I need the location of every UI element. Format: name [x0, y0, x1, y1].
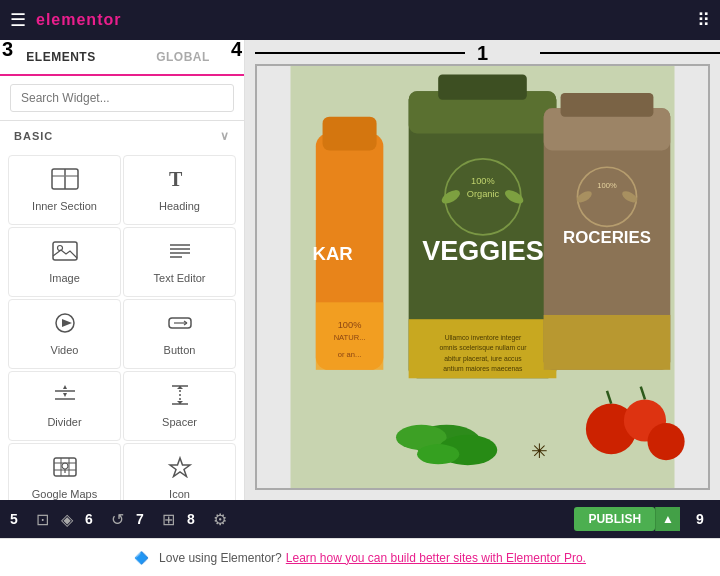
canvas-illustration: KAR 100% NATUR... or an... 100% Organic — [257, 66, 708, 488]
widget-label-image: Image — [49, 272, 80, 284]
svg-marker-12 — [62, 319, 72, 327]
svg-point-6 — [57, 246, 62, 251]
widget-label-inner-section: Inner Section — [32, 200, 97, 212]
video-icon — [52, 312, 78, 338]
widget-label-text-editor: Text Editor — [154, 272, 206, 284]
svg-point-27 — [62, 463, 68, 469]
svg-text:100%: 100% — [597, 181, 617, 190]
bottom-toolbar: 5 ⊡ ◈ 6 ↺ 7 ⊞ 8 ⚙ PUBLISH ▲ 9 — [0, 500, 720, 538]
layers-icon[interactable]: ◈ — [61, 510, 73, 529]
widget-label-google-maps: Google Maps — [32, 488, 97, 500]
search-box — [0, 76, 244, 121]
svg-text:✳: ✳ — [531, 440, 548, 462]
svg-text:KAR: KAR — [313, 243, 354, 264]
widget-video[interactable]: Video — [8, 299, 121, 369]
heading-icon: T — [167, 168, 193, 194]
widget-button[interactable]: Button — [123, 299, 236, 369]
widget-icon-widget[interactable]: Icon — [123, 443, 236, 500]
svg-point-67 — [648, 423, 685, 460]
annotation-8: 8 — [187, 511, 201, 527]
widget-label-divider: Divider — [47, 416, 81, 428]
inner-section-icon — [51, 168, 79, 194]
widget-label-video: Video — [51, 344, 79, 356]
responsive-icon[interactable]: ⊡ — [36, 510, 49, 529]
svg-text:VEGGIES: VEGGIES — [422, 236, 544, 266]
navigator-icon[interactable]: ⊞ — [162, 510, 175, 529]
svg-rect-36 — [323, 117, 377, 151]
svg-marker-18 — [63, 393, 67, 397]
panel-tabs: ELEMENTS GLOBAL — [0, 40, 244, 76]
annotation-9: 9 — [696, 511, 710, 527]
google-maps-icon — [52, 456, 78, 482]
tab-elements[interactable]: ELEMENTS — [0, 40, 122, 76]
top-arrow-left — [255, 52, 465, 54]
history-icon[interactable]: ↺ — [111, 510, 124, 529]
category-label: BASIC — [14, 130, 53, 142]
category-chevron[interactable]: ∨ — [220, 129, 230, 143]
widget-label-icon: Icon — [169, 488, 190, 500]
left-panel: 3 4 2 ELEMENTS GLOBAL BASIC ∨ — [0, 40, 245, 500]
image-icon — [52, 240, 78, 266]
promo-bar: 🔷 Love using Elementor? Learn how you ca… — [0, 538, 720, 576]
widget-divider[interactable]: Divider — [8, 371, 121, 441]
svg-text:100%: 100% — [471, 176, 495, 186]
svg-text:100%: 100% — [338, 320, 362, 330]
icon-widget-icon — [167, 456, 193, 482]
annotation-3: 3 — [2, 40, 13, 61]
svg-marker-19 — [63, 385, 67, 389]
widget-inner-section[interactable]: Inner Section — [8, 155, 121, 225]
svg-text:antium maiores maecenas: antium maiores maecenas — [443, 365, 523, 372]
svg-rect-44 — [438, 74, 527, 99]
settings-icon[interactable]: ⚙ — [213, 510, 227, 529]
app-container: ☰ elementor ⠿ 3 4 2 ELEMENTS GLOBAL — [0, 0, 720, 576]
svg-text:ROCERIES: ROCERIES — [563, 228, 651, 247]
annotation-6: 6 — [85, 511, 99, 527]
tab-global[interactable]: GLOBAL — [122, 40, 244, 74]
elementor-logo: elementor — [36, 11, 121, 29]
top-bar: ☰ elementor ⠿ — [0, 0, 720, 40]
annotation-4: 4 — [231, 40, 242, 61]
svg-text:abitur placerat, iure accus: abitur placerat, iure accus — [444, 355, 522, 363]
annotation-1: 1 — [477, 42, 488, 65]
svg-rect-26 — [54, 458, 76, 476]
publish-button[interactable]: PUBLISH — [574, 507, 655, 531]
widget-text-editor[interactable]: Text Editor — [123, 227, 236, 297]
widget-spacer[interactable]: Spacer — [123, 371, 236, 441]
svg-rect-64 — [544, 315, 671, 370]
svg-text:Organic: Organic — [467, 189, 500, 199]
promo-icon: 🔷 — [134, 551, 149, 565]
divider-icon — [52, 384, 78, 410]
svg-text:NATUR...: NATUR... — [334, 333, 366, 342]
svg-text:Ullamco inventore integer: Ullamco inventore integer — [445, 334, 522, 342]
text-editor-icon — [167, 240, 193, 266]
promo-text: Love using Elementor? — [159, 551, 282, 565]
svg-text:or an...: or an... — [338, 350, 362, 359]
widget-grid: Inner Section T Heading Image — [0, 151, 244, 500]
canvas-area: 1 KAR 100% NATUR... or an... — [245, 40, 720, 500]
svg-point-73 — [417, 444, 459, 464]
category-header: BASIC ∨ — [0, 121, 244, 151]
svg-text:omnis scelerisque nullam cur: omnis scelerisque nullam cur — [439, 344, 527, 352]
search-input[interactable] — [10, 84, 234, 112]
widget-image[interactable]: Image — [8, 227, 121, 297]
svg-marker-33 — [170, 458, 190, 477]
spacer-icon — [167, 384, 193, 410]
widget-heading[interactable]: T Heading — [123, 155, 236, 225]
svg-rect-5 — [53, 242, 77, 260]
hamburger-icon[interactable]: ☰ — [10, 9, 26, 31]
widget-label-button: Button — [164, 344, 196, 356]
publish-dropdown-arrow[interactable]: ▲ — [655, 507, 680, 531]
button-icon — [167, 312, 193, 338]
widget-label-heading: Heading — [159, 200, 200, 212]
canvas-content[interactable]: KAR 100% NATUR... or an... 100% Organic — [255, 64, 710, 490]
svg-rect-58 — [561, 93, 654, 117]
main-layout: 3 4 2 ELEMENTS GLOBAL BASIC ∨ — [0, 40, 720, 500]
publish-group: PUBLISH ▲ — [574, 507, 680, 531]
widget-google-maps[interactable]: Google Maps — [8, 443, 121, 500]
svg-text:T: T — [169, 168, 183, 190]
widget-label-spacer: Spacer — [162, 416, 197, 428]
annotation-5: 5 — [10, 511, 24, 527]
grid-icon[interactable]: ⠿ — [697, 9, 710, 31]
annotation-7: 7 — [136, 511, 150, 527]
promo-link[interactable]: Learn how you can build better sites wit… — [286, 551, 586, 565]
